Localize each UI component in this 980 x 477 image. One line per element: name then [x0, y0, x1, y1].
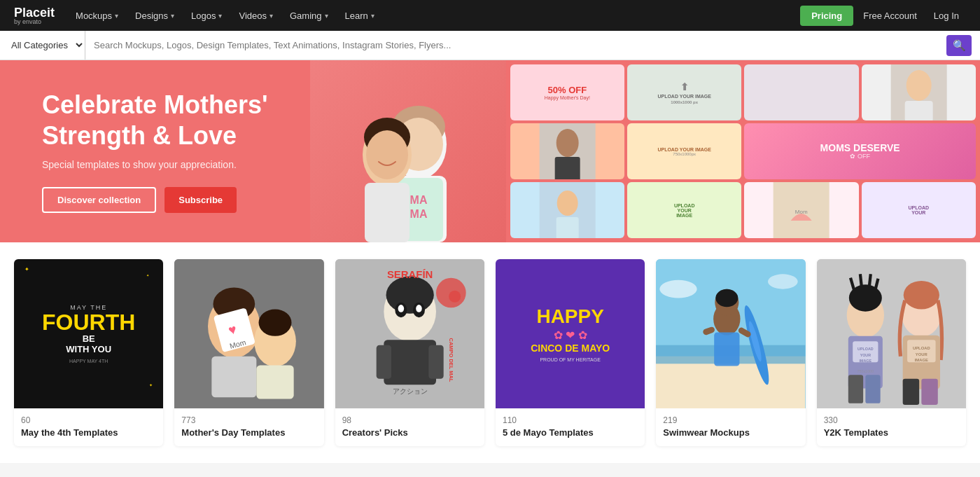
cinco-decorations: ✿ ❤ ✿	[531, 329, 610, 342]
collection-card-swimwear[interactable]: 219 Swimwear Mockups	[656, 259, 805, 446]
svg-rect-54	[715, 333, 740, 366]
svg-text:YOUR: YOUR	[860, 353, 871, 357]
search-icon: 🔍	[953, 39, 966, 52]
star-icon-3: ✦	[149, 382, 153, 387]
collection-thumb-may4th: MAY THE FOURTH BE WITH YOU HAPPY MAY 4TH…	[14, 259, 163, 408]
collection-name-swimwear: Swimwear Mockups	[663, 427, 798, 438]
free-account-link[interactable]: Free Account	[856, 11, 924, 21]
nav-learn[interactable]: Learn ▾	[338, 0, 382, 31]
may4-be-text: BE	[42, 333, 135, 344]
top-navigation: Placeit by envato Mockups ▾ Designs ▾ Lo…	[0, 0, 980, 31]
collection-count-swimwear: 219	[663, 415, 798, 425]
nav-gaming[interactable]: Gaming ▾	[283, 0, 335, 31]
svg-text:IMAGE: IMAGE	[914, 358, 927, 362]
svg-text:SERAFÍN: SERAFÍN	[387, 268, 433, 280]
search-bar: All Categories 🔍	[0, 31, 980, 60]
collection-info-y2k: 330 Y2K Templates	[817, 408, 966, 446]
svg-rect-25	[212, 357, 257, 398]
collection-name-cinco: 5 de Mayo Templates	[503, 427, 638, 438]
svg-rect-19	[556, 217, 578, 238]
collection-thumb-creators: SERAFÍN CAMPO DEL MAL アクション	[335, 259, 484, 408]
svg-line-65	[869, 274, 870, 287]
search-button[interactable]: 🔍	[946, 35, 972, 56]
collage-discount-sub: Happy Mother's Day!	[545, 95, 590, 100]
hero-visual: MA MA 50% OFF Happy Mother's Day! ⬆ UPLO…	[310, 60, 980, 242]
collage-photo-2	[510, 123, 624, 179]
logo-text: Placeit	[14, 6, 55, 19]
collection-count-y2k: 330	[824, 415, 959, 425]
template-collage: 50% OFF Happy Mother's Day! ⬆ UPLOAD YOU…	[506, 60, 980, 242]
svg-rect-82	[848, 375, 862, 403]
cinco-happy-text: HAPPY	[531, 306, 610, 328]
svg-text:CAMPO DEL MAL: CAMPO DEL MAL	[447, 338, 454, 382]
svg-rect-80	[902, 379, 918, 405]
collection-info-cinco: 110 5 de Mayo Templates	[496, 408, 645, 446]
collection-thumb-mothers-day: ♥ Mom	[174, 259, 323, 408]
collections-grid: MAY THE FOURTH BE WITH YOU HAPPY MAY 4TH…	[14, 259, 966, 446]
svg-rect-60	[817, 259, 966, 408]
collage-card-7	[510, 182, 624, 238]
search-input[interactable]	[94, 40, 946, 50]
star-icon-1: ✦	[24, 266, 29, 272]
nav-mockups-chevron-icon: ▾	[115, 12, 118, 20]
collage-card-6: UPLOAD YOUR IMAGE 750x1000px	[627, 123, 741, 179]
collection-info-mothers-day: 773 Mother's Day Templates	[174, 408, 323, 446]
svg-rect-28	[257, 365, 294, 399]
collage-upload-label: UPLOAD YOUR IMAGE	[657, 94, 711, 99]
svg-point-18	[556, 191, 578, 216]
collection-card-mothers-day[interactable]: ♥ Mom 773 Mother's Day Templates	[174, 259, 323, 446]
nav-designs-chevron-icon: ▾	[171, 12, 174, 20]
subscribe-button[interactable]: Subscribe	[164, 187, 237, 213]
collage-photo-4: Mom	[744, 182, 858, 238]
svg-point-74	[903, 281, 939, 310]
collection-name-y2k: Y2K Templates	[824, 427, 959, 438]
collection-count-may4th: 60	[21, 415, 156, 425]
logo-sub: by envato	[14, 19, 55, 25]
nav-designs[interactable]: Designs ▾	[128, 0, 181, 31]
collection-card-creators[interactable]: SERAFÍN CAMPO DEL MAL アクション 98 Creators'…	[335, 259, 484, 446]
collection-thumb-cinco: HAPPY ✿ ❤ ✿ CINCO DE MAYO PROUD OF MY HE…	[496, 259, 645, 408]
nav-logos-label: Logos	[191, 11, 216, 21]
may4-fourth-text: FOURTH	[42, 311, 135, 333]
collage-card-5	[510, 123, 624, 179]
svg-rect-81	[921, 379, 937, 405]
collection-name-creators: Creators' Picks	[342, 427, 477, 438]
collage-card-2: ⬆ UPLOAD YOUR IMAGE 1000x1000 px	[627, 64, 741, 120]
svg-point-51	[768, 274, 798, 289]
collection-card-cinco[interactable]: HAPPY ✿ ❤ ✿ CINCO DE MAYO PROUD OF MY HE…	[496, 259, 645, 446]
svg-text:MA: MA	[410, 194, 427, 206]
collection-card-may4th[interactable]: MAY THE FOURTH BE WITH YOU HAPPY MAY 4TH…	[14, 259, 163, 446]
hero-women-illustration: MA MA	[317, 74, 499, 242]
log-in-link[interactable]: Log In	[927, 11, 966, 21]
svg-point-38	[416, 305, 422, 312]
discover-collection-button[interactable]: Discover collection	[42, 187, 156, 213]
svg-point-34	[386, 277, 433, 314]
svg-text:UPLOAD: UPLOAD	[913, 346, 930, 350]
may4-content: MAY THE FOURTH BE WITH YOU HAPPY MAY 4TH…	[35, 297, 142, 371]
pricing-button[interactable]: Pricing	[800, 6, 853, 26]
svg-text:MA: MA	[410, 208, 427, 220]
logo[interactable]: Placeit by envato	[14, 6, 55, 25]
nav-logos[interactable]: Logos ▾	[184, 0, 229, 31]
collection-card-y2k[interactable]: UPLOAD YOUR IMAGE 750x1000 UPLOAD YOUR I	[817, 259, 966, 446]
nav-logos-chevron-icon: ▾	[218, 12, 222, 20]
nav-videos[interactable]: Videos ▾	[232, 0, 280, 31]
nav-mockups[interactable]: Mockups ▾	[69, 0, 125, 31]
svg-point-43	[449, 291, 461, 303]
category-dropdown[interactable]: All Categories	[8, 31, 85, 60]
collection-info-creators: 98 Creators' Picks	[335, 408, 484, 446]
cinco-cinco-text: CINCO DE MAYO	[531, 343, 610, 354]
collection-thumb-swimwear	[656, 259, 805, 408]
creators-illustration: SERAFÍN CAMPO DEL MAL アクション	[335, 259, 484, 408]
collection-count-creators: 98	[342, 415, 477, 425]
collection-name-mothers-day: Mother's Day Templates	[181, 427, 316, 438]
collection-info-may4th: 60 May the 4th Templates	[14, 408, 163, 446]
upload-icon: ⬆	[680, 81, 689, 92]
collage-photo-1	[862, 64, 976, 120]
collection-info-swimwear: 219 Swimwear Mockups	[656, 408, 805, 446]
collage-photo-3	[510, 182, 624, 238]
svg-rect-40	[376, 345, 391, 379]
svg-point-59	[716, 289, 738, 307]
collection-thumb-y2k: UPLOAD YOUR IMAGE 750x1000 UPLOAD YOUR I	[817, 259, 966, 408]
svg-text:IMAGE: IMAGE	[859, 359, 872, 363]
